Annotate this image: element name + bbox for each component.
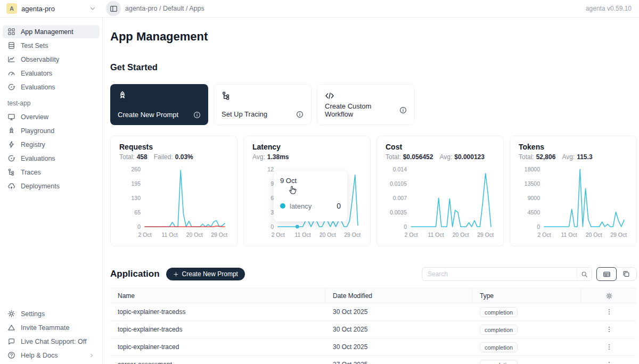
table-settings-button[interactable] xyxy=(581,292,637,300)
type-badge: completion xyxy=(480,307,518,317)
metric-line-chart: 0651301952602 Oct11 Oct20 Oct29 Oct xyxy=(119,164,228,243)
sidebar-item-overview[interactable]: Overview xyxy=(3,110,100,123)
sidebar-item-label: Observability xyxy=(21,56,59,63)
search-box xyxy=(422,267,592,281)
sidebar-item-invite-teammate[interactable]: Invite Teammate xyxy=(3,321,100,334)
sidebar-item-traces[interactable]: Traces xyxy=(3,166,100,179)
sidebar-collapse-button[interactable] xyxy=(106,1,121,16)
svg-text:11 Oct: 11 Oct xyxy=(294,231,310,238)
info-icon[interactable] xyxy=(399,106,407,114)
tooltip-series-label: latency xyxy=(290,202,312,210)
table-header-row: Name Date Modified Type xyxy=(110,288,637,303)
table-view-toggle[interactable] xyxy=(596,267,617,281)
chat-icon xyxy=(7,337,16,345)
grid-icon xyxy=(7,28,16,36)
sidebar-item-evaluations[interactable]: Evaluations xyxy=(3,152,100,165)
metric-card-tokens: TokensTotal:52,806Avg:115.30450090001350… xyxy=(510,136,637,246)
workspace-avatar: A xyxy=(6,3,17,14)
traces-icon xyxy=(7,168,16,176)
svg-text:11 Oct: 11 Oct xyxy=(561,231,577,238)
metric-stats: Total:$0.056452Avg:$0.000123 xyxy=(386,153,495,161)
row-actions-button[interactable] xyxy=(581,308,637,316)
ellipsis-v-icon xyxy=(605,308,613,316)
svg-text:18000: 18000 xyxy=(525,166,540,172)
applications-table: Name Date Modified Type topic-explainer-… xyxy=(110,288,637,364)
metric-stat: Total:52,806 xyxy=(519,153,555,161)
row-actions-button[interactable] xyxy=(581,326,637,333)
svg-text:2 Oct: 2 Oct xyxy=(271,231,284,238)
get-started-card-create-custom-workflow[interactable]: Create Custom Workflow xyxy=(317,84,415,125)
table-row[interactable]: career-assessment27 Oct 2025completion xyxy=(110,356,637,364)
table-row[interactable]: topic-explainer-traced30 Oct 2025complet… xyxy=(110,338,637,356)
svg-text:0: 0 xyxy=(271,224,274,230)
metric-stats: Total:458Failed:0.03% xyxy=(119,153,228,161)
date-modified: 30 Oct 2025 xyxy=(325,308,472,316)
type-cell: completion xyxy=(472,343,581,351)
svg-text:0: 0 xyxy=(537,224,540,230)
metric-title: Requests xyxy=(119,143,228,151)
chart-tooltip: 9 Octlatency0 xyxy=(274,171,347,221)
metric-card-cost: CostTotal:$0.056452Avg:$0.00012300.00350… xyxy=(376,136,504,246)
playground-icon xyxy=(7,127,16,135)
card-view-toggle[interactable] xyxy=(616,268,636,280)
sidebar-item-live-chat-support-off[interactable]: Live Chat Support: Off xyxy=(3,335,100,348)
sidebar-item-evaluations[interactable]: Evaluations xyxy=(3,80,100,94)
table-row[interactable]: topic-explainer-tracedss30 Oct 2025compl… xyxy=(110,303,637,321)
sidebar-item-evaluators[interactable]: Evaluators xyxy=(3,67,100,80)
sidebar-item-label: Overview xyxy=(21,113,48,121)
search-button[interactable] xyxy=(577,268,592,280)
svg-text:9000: 9000 xyxy=(528,195,540,201)
row-actions-button[interactable] xyxy=(581,361,637,364)
svg-text:11 Oct: 11 Oct xyxy=(161,231,177,238)
metric-line-chart: 00.00350.0070.01050.0142 Oct11 Oct20 Oct… xyxy=(386,164,495,243)
sidebar-item-registry[interactable]: Registry xyxy=(3,138,100,151)
evaluations-icon xyxy=(7,83,16,91)
table-row[interactable]: topic-explainer-traceds30 Oct 2025comple… xyxy=(110,321,637,338)
invite-icon xyxy=(7,324,16,332)
search-input[interactable] xyxy=(422,270,577,278)
table-body: topic-explainer-tracedss30 Oct 2025compl… xyxy=(110,303,637,364)
date-modified: 27 Oct 2025 xyxy=(325,361,472,364)
metric-stats: Total:52,806Avg:115.3 xyxy=(519,153,628,161)
breadcrumb[interactable]: agenta-pro / Default / Apps xyxy=(125,5,204,12)
gear-icon xyxy=(605,292,613,300)
sidebar-item-test-sets[interactable]: Test Sets xyxy=(3,39,100,52)
svg-text:29 Oct: 29 Oct xyxy=(477,231,494,238)
sidebar-item-label: Settings xyxy=(21,310,45,318)
get-started-card-set-up-tracing[interactable]: Set Up Tracing xyxy=(214,84,312,125)
chevron-down-icon xyxy=(89,5,96,12)
svg-text:20 Oct: 20 Oct xyxy=(453,231,469,238)
type-cell: completion xyxy=(472,361,581,364)
info-icon[interactable] xyxy=(193,111,201,119)
sidebar-item-app-management[interactable]: App Management xyxy=(3,25,100,38)
metrics-chart-row: RequestsTotal:458Failed:0.03%06513019526… xyxy=(110,136,637,246)
sidebar-item-help-docs[interactable]: Help & Docs xyxy=(3,349,100,362)
svg-text:20 Oct: 20 Oct xyxy=(186,231,203,238)
svg-text:20 Oct: 20 Oct xyxy=(586,231,602,238)
info-icon[interactable] xyxy=(296,111,304,118)
type-cell: completion xyxy=(472,326,581,333)
get-started-heading: Get Started xyxy=(110,62,637,72)
workspace-switcher[interactable]: A agenta-pro xyxy=(0,3,103,14)
sidebar-item-label: Deployments xyxy=(21,183,60,190)
gear-icon xyxy=(7,310,16,318)
sidebar-item-label: Invite Teammate xyxy=(21,324,69,332)
get-started-card-create-new-prompt[interactable]: Create New Prompt xyxy=(110,84,208,125)
tooltip-value: 0 xyxy=(337,202,341,210)
svg-text:29 Oct: 29 Oct xyxy=(610,231,627,238)
sidebar-item-settings[interactable]: Settings xyxy=(3,307,100,320)
column-header-type: Type xyxy=(472,288,581,303)
sidebar-item-playground[interactable]: Playground xyxy=(3,124,100,137)
code-icon xyxy=(325,91,407,101)
metric-stat: Failed:0.03% xyxy=(154,153,193,161)
tooltip-date: 9 Oct xyxy=(280,177,341,185)
type-badge: completion xyxy=(480,342,518,352)
sidebar-item-deployments[interactable]: Deployments xyxy=(3,179,100,193)
row-actions-button[interactable] xyxy=(581,343,637,351)
svg-text:0.0035: 0.0035 xyxy=(390,209,407,216)
overview-icon xyxy=(7,113,16,121)
sidebar-item-observability[interactable]: Observability xyxy=(3,53,100,66)
svg-text:29 Oct: 29 Oct xyxy=(211,231,227,238)
create-new-prompt-button[interactable]: Create New Prompt xyxy=(166,268,245,280)
svg-text:2 Oct: 2 Oct xyxy=(537,231,551,238)
